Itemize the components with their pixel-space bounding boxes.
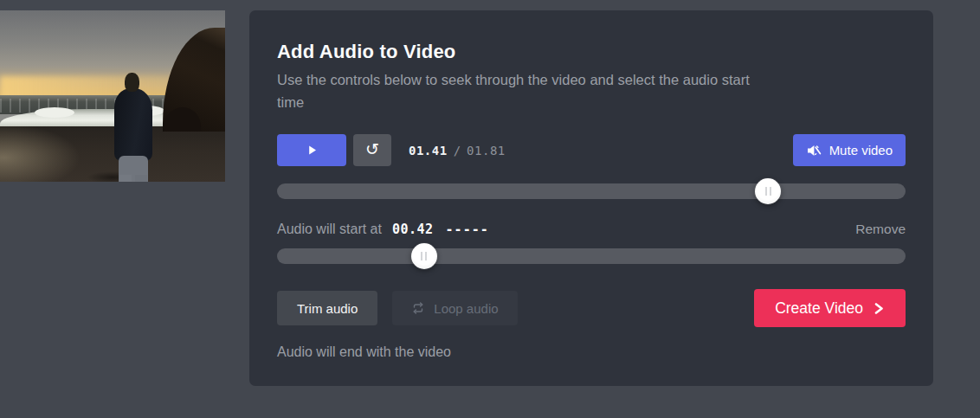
thumb-grip-lines xyxy=(765,187,771,196)
loop-audio-label: Loop audio xyxy=(434,301,498,316)
replay-button[interactable]: ↺ xyxy=(353,134,391,166)
page-title: Add Audio to Video xyxy=(277,41,906,63)
loop-audio-button[interactable]: Loop audio xyxy=(392,291,517,325)
remove-audio-link[interactable]: Remove xyxy=(855,222,906,237)
person-leg xyxy=(119,175,132,182)
waveform-placeholder: ----- xyxy=(446,222,489,237)
play-button[interactable] xyxy=(277,134,346,166)
mute-video-label: Mute video xyxy=(829,143,893,158)
current-time: 01.41 xyxy=(409,144,448,158)
video-seek-track[interactable] xyxy=(277,183,906,199)
subtitle: Use the controls below to seek through t… xyxy=(277,68,775,113)
person-jacket xyxy=(114,88,152,161)
thumb-grip-lines xyxy=(421,252,427,260)
person-leg xyxy=(135,175,147,182)
audio-start-time: 00.42 xyxy=(392,222,434,237)
create-video-button[interactable]: Create Video xyxy=(754,289,906,327)
replay-icon: ↺ xyxy=(365,141,379,158)
time-separator: / xyxy=(454,144,461,158)
player-controls: ↺ 01.41 / 01.81 Mute video xyxy=(277,134,906,166)
person-head xyxy=(125,73,139,92)
audio-start-slider[interactable] xyxy=(277,248,906,264)
video-preview xyxy=(0,10,225,182)
muted-speaker-icon xyxy=(806,143,822,158)
duration-time: 01.81 xyxy=(467,144,506,158)
audio-start-thumb[interactable] xyxy=(411,243,437,269)
video-seek-slider[interactable] xyxy=(277,183,906,199)
foam-blob xyxy=(35,107,74,118)
trim-audio-button[interactable]: Trim audio xyxy=(277,291,377,325)
mute-video-button[interactable]: Mute video xyxy=(793,134,906,166)
audio-start-row: Audio will start at 00.42 ----- Remove xyxy=(277,220,906,239)
audio-start-track[interactable] xyxy=(277,248,906,264)
loop-repeat-icon xyxy=(411,301,425,315)
audio-end-note: Audio will end with the video xyxy=(277,344,906,360)
time-display: 01.41 / 01.81 xyxy=(409,144,506,158)
play-icon xyxy=(306,145,318,156)
page: { "panel": { "title": "Add Audio to Vide… xyxy=(0,0,980,418)
create-video-label: Create Video xyxy=(775,299,863,318)
audio-start-label: Audio will start at xyxy=(277,222,382,237)
add-audio-panel: Add Audio to Video Use the controls belo… xyxy=(249,10,933,386)
wet-sand-reflection xyxy=(0,121,87,182)
chevron-right-icon xyxy=(873,302,885,315)
video-seek-thumb[interactable] xyxy=(755,178,781,204)
actions-row: Trim audio Loop audio Create Video xyxy=(277,289,906,327)
